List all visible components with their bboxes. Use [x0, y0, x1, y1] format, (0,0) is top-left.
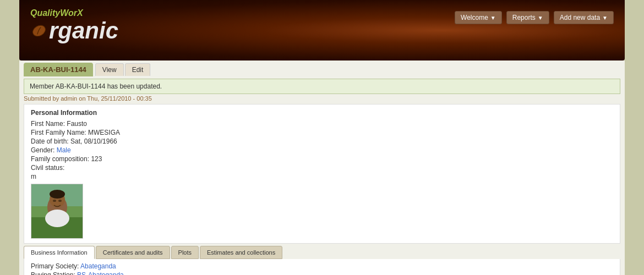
id-bar: AB-KA-BUI-1144 View Edit — [19, 61, 625, 79]
family-comp-label: Family composition: — [31, 155, 89, 163]
personal-info-card: Personal Information First Name: Fausto … — [24, 104, 620, 244]
main-content: AB-KA-BUI-1144 View Edit Member AB-KA-BU… — [19, 61, 625, 275]
submitted-info: Submitted by admin on Thu, 25/11/2010 - … — [24, 95, 620, 102]
primary-society-row: Primary Society: Abateganda — [31, 262, 613, 270]
welcome-button[interactable]: Welcome ▼ — [455, 11, 502, 24]
tab-estimates[interactable]: Estimates and collections — [200, 246, 282, 259]
primary-society-label: Primary Society: — [31, 262, 79, 270]
tab-certificates[interactable]: Certificates and audits — [96, 246, 170, 259]
family-comp-row: Family composition: 123 — [31, 155, 613, 163]
dob-value: Sat, 08/10/1966 — [70, 138, 117, 145]
tab-plots[interactable]: Plots — [171, 246, 199, 259]
svg-point-8 — [50, 190, 65, 199]
view-tab[interactable]: View — [95, 63, 124, 76]
svg-point-7 — [45, 210, 69, 227]
family-name-value: MWESIGA — [88, 129, 120, 136]
add-new-button[interactable]: Add new data ▼ — [554, 11, 614, 24]
header: QualityWorX rganic Welcome ▼ Reports ▼ A… — [19, 0, 625, 61]
dob-row: Date of birth: Sat, 08/10/1966 — [31, 138, 613, 145]
personal-info-title: Personal Information — [31, 109, 613, 117]
person-photo — [31, 184, 83, 239]
family-name-label: First Family Name: — [31, 129, 86, 136]
buying-station-value: BS-Abateganda — [77, 271, 124, 275]
civil-status-value: m — [31, 173, 36, 180]
reports-button[interactable]: Reports ▼ — [506, 11, 549, 24]
first-name-value: Fausto — [67, 120, 87, 128]
addnew-chevron-icon: ▼ — [602, 15, 608, 21]
business-info-section: Primary Society: Abateganda Buying Stati… — [24, 259, 620, 275]
primary-society-value: Abateganda — [80, 262, 116, 270]
gender-row: Gender: Male — [31, 146, 613, 154]
logo-bean-icon — [30, 22, 48, 40]
family-comp-value: 123 — [91, 155, 102, 163]
svg-point-10 — [58, 200, 62, 202]
logo-organic-text: rganic — [49, 19, 118, 42]
header-nav: Welcome ▼ Reports ▼ Add new data ▼ — [455, 11, 614, 24]
welcome-chevron-icon: ▼ — [490, 15, 496, 21]
person-photo-svg — [31, 184, 83, 239]
buying-station-label: Buying Station: — [31, 271, 75, 275]
status-message: Member AB-KA-BUI-1144 has been updated. — [24, 79, 620, 94]
bottom-tabs: Business Information Certificates and au… — [24, 246, 620, 259]
buying-station-row: Buying Station: BS-Abateganda — [31, 271, 613, 275]
gender-value: Male — [57, 146, 71, 154]
tab-business-info[interactable]: Business Information — [24, 246, 95, 259]
logo: QualityWorX rganic — [30, 8, 118, 42]
gender-label: Gender: — [31, 146, 54, 154]
member-id: AB-KA-BUI-1144 — [24, 63, 93, 76]
logo-quality-text: QualityWorX — [30, 8, 118, 18]
first-name-row: First Name: Fausto — [31, 120, 613, 128]
edit-tab[interactable]: Edit — [125, 63, 151, 76]
civil-status-row: Civil status: — [31, 164, 613, 172]
civil-status-label: Civil status: — [31, 164, 64, 172]
civil-status-value-row: m — [31, 173, 613, 180]
first-name-label: First Name: — [31, 120, 65, 128]
dob-label: Date of birth: — [31, 138, 69, 145]
reports-chevron-icon: ▼ — [538, 15, 543, 21]
svg-point-9 — [53, 200, 56, 202]
family-name-row: First Family Name: MWESIGA — [31, 129, 613, 136]
